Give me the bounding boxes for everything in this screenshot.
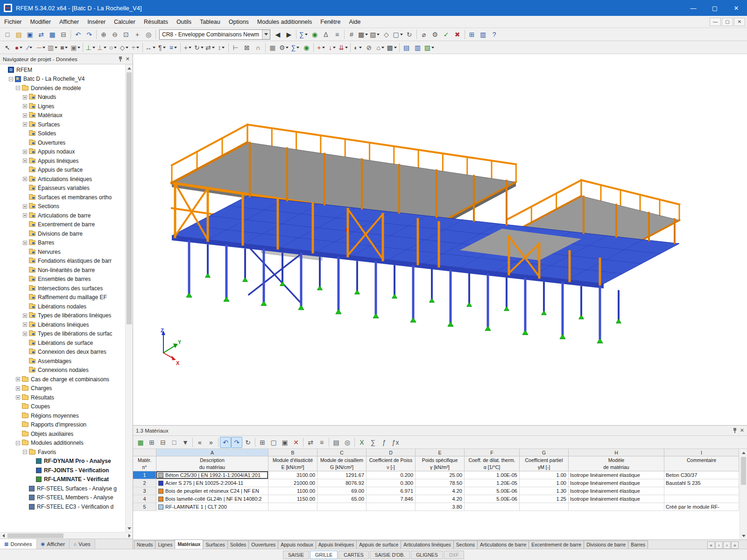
- menu-resultats[interactable]: Résultats: [140, 16, 172, 28]
- tree-expand-icon[interactable]: +: [16, 395, 20, 399]
- tree-expand-icon[interactable]: +: [23, 322, 27, 327]
- row-number-cell[interactable]: 4: [133, 495, 156, 503]
- table-tab-excentrement-de-barre[interactable]: Excentrement de barre: [529, 540, 584, 549]
- new-opening-button[interactable]: ▣: [70, 42, 81, 53]
- combo-dropdown-button[interactable]: [262, 30, 270, 39]
- row-number-cell[interactable]: 5: [133, 503, 156, 511]
- table-row[interactable]: 5RF-LAMINATE 1 | CLT 2003.80Créé par le …: [133, 503, 747, 511]
- table-tab-appuis-lineiques[interactable]: Appuis linéiques: [316, 540, 357, 549]
- tree-item-connexions-nodales[interactable]: Connexions nodales: [0, 366, 125, 375]
- tree-item-ouvertures[interactable]: Ouvertures: [0, 138, 125, 147]
- new-dimension-button[interactable]: ↔: [144, 42, 156, 53]
- column-letter-a[interactable]: A: [156, 449, 268, 456]
- cell-gamma[interactable]: 78.50: [416, 479, 465, 487]
- close-icon[interactable]: ✕: [740, 428, 744, 433]
- table-tab-ouvertures[interactable]: Ouvertures: [248, 540, 278, 549]
- new-nodal-support-button[interactable]: ⊥: [85, 42, 96, 53]
- table-tab-appuis-nodaux[interactable]: Appuis nodaux: [278, 540, 316, 549]
- numbering-button[interactable]: #: [346, 29, 357, 40]
- table-row[interactable]: 3Bois de peuplier et résineux C24 | NF E…: [133, 487, 747, 495]
- tree-item-solides[interactable]: Solides: [0, 129, 125, 139]
- table-tab-appuis-de-surface[interactable]: Appuis de surface: [356, 540, 401, 549]
- tree-item-epaisseurs-variables[interactable]: Épaisseurs variables: [0, 184, 125, 193]
- menu-fichier[interactable]: Fichier: [0, 16, 26, 28]
- import-model-button[interactable]: ⇄: [35, 29, 47, 40]
- navigator-tab-vues[interactable]: ⌂Vues: [70, 539, 95, 549]
- row-number-cell[interactable]: 2: [133, 479, 156, 487]
- tree-item-regions-moyennes[interactable]: Régions moyennes: [0, 411, 125, 420]
- tree-expand-icon[interactable]: +: [23, 241, 27, 245]
- scale-objects-button[interactable]: ↕: [216, 42, 227, 53]
- save-file-button[interactable]: ▣: [24, 29, 35, 40]
- tree-item-lignes[interactable]: +Lignes: [0, 102, 125, 111]
- tree-item-rf-steel-ec3-verification-d[interactable]: RF-STEEL EC3 - Vérification d: [0, 502, 125, 511]
- guidelines-button[interactable]: ≡: [168, 42, 179, 53]
- tree-item-n-uds[interactable]: +Nœuds: [0, 93, 125, 102]
- tree-item-assemblages[interactable]: Assemblages: [0, 357, 125, 366]
- tree-collapse-icon[interactable]: −: [23, 450, 27, 454]
- jump-last-button[interactable]: »: [205, 437, 217, 448]
- new-window-button[interactable]: ⊞: [466, 29, 478, 40]
- description-cell[interactable]: Béton C25/30 | EN 1992-1-1:2004/A1:201: [156, 471, 268, 479]
- scroll-next-button[interactable]: ›: [723, 541, 731, 549]
- empty-row-button[interactable]: □: [169, 437, 180, 448]
- cell-gamma[interactable]: 4.20: [416, 495, 465, 503]
- cell-nu[interactable]: 7.846: [366, 495, 416, 503]
- zoom-in-button[interactable]: ⊕: [98, 29, 109, 40]
- cell-model[interactable]: [569, 503, 664, 511]
- tree-item-rf-dynam-pro-analyse[interactable]: RF-DYNAM Pro - Analyse: [0, 457, 125, 466]
- new-line-button[interactable]: ∕: [24, 42, 35, 53]
- tree-item-types-de-liberations-de-surfac[interactable]: +Types de libérations de surfac: [0, 329, 125, 339]
- scroll-right-button[interactable]: [126, 532, 133, 539]
- new-member-load-button[interactable]: ↓: [326, 42, 338, 53]
- export-excel-button[interactable]: X: [356, 437, 367, 448]
- calculation-settings-button[interactable]: ⚙: [430, 29, 441, 40]
- tree-item-rfem[interactable]: RFEM: [0, 65, 125, 75]
- results-on-off-button[interactable]: ◉: [301, 42, 312, 53]
- cell-model[interactable]: Isotrope linéairement élastique: [569, 479, 664, 487]
- copy-cells-button[interactable]: ⊞: [257, 437, 268, 448]
- cell-g[interactable]: 1291.67: [317, 471, 366, 479]
- tree-expand-icon[interactable]: +: [23, 332, 27, 336]
- cell-gammam[interactable]: [520, 503, 569, 511]
- tree-item-resultats[interactable]: +Résultats: [0, 393, 125, 402]
- tree-expand-icon[interactable]: +: [23, 204, 27, 209]
- cell-gamma[interactable]: 3.80: [416, 503, 465, 511]
- clipping-plane-button[interactable]: ⊘: [363, 42, 374, 53]
- open-file-button[interactable]: ▤: [13, 29, 24, 40]
- extreme-values-button[interactable]: ≡: [331, 29, 343, 40]
- cell-g[interactable]: [317, 503, 366, 511]
- new-load-case-button[interactable]: +: [315, 42, 326, 53]
- tree-item-divisions-de-barre[interactable]: Divisions de barre: [0, 229, 125, 238]
- cell-gammam[interactable]: 1.25: [520, 495, 569, 503]
- jump-first-button[interactable]: «: [194, 437, 205, 448]
- select-similar-button[interactable]: ⇄: [305, 437, 316, 448]
- pin-icon[interactable]: [733, 428, 737, 433]
- cell-e[interactable]: [268, 503, 317, 511]
- close-icon[interactable]: ✕: [126, 56, 130, 62]
- table-settings-button[interactable]: ▦: [135, 437, 146, 448]
- table-tab-materiaux[interactable]: Matériaux: [175, 539, 203, 549]
- tree-collapse-icon[interactable]: −: [16, 86, 20, 90]
- cell-nu[interactable]: 0.200: [366, 471, 416, 479]
- print-button[interactable]: ⊟: [58, 29, 69, 40]
- cell-comment[interactable]: [664, 487, 739, 495]
- tree-expand-icon[interactable]: +: [23, 314, 27, 318]
- cell-gammam[interactable]: 1.30: [520, 487, 569, 495]
- table-row[interactable]: 2Acier S 275 | EN 10025-2:2004-1121000.0…: [133, 479, 747, 487]
- formula-button[interactable]: ƒx: [390, 437, 401, 448]
- tree-item-types-de-liberations-lineiques[interactable]: +Types de libérations linéiques: [0, 311, 125, 321]
- column-letter-f[interactable]: F: [465, 449, 520, 456]
- tree-item-rf-steel-surfaces-analyse-g[interactable]: RF-STEEL Surfaces - Analyse g: [0, 484, 125, 493]
- sum-function-button[interactable]: ∑: [367, 437, 379, 448]
- table-tab-articulations-de-barre[interactable]: Articulations de barre: [477, 540, 529, 549]
- scroll-down-button[interactable]: [740, 532, 747, 539]
- cell-e[interactable]: 21000.00: [268, 479, 317, 487]
- user-defined-views-button[interactable]: ⌂: [374, 42, 386, 53]
- tree-item-rapports-d-impression[interactable]: Rapports d'impression: [0, 420, 125, 430]
- cell-g[interactable]: 8076.92: [317, 479, 366, 487]
- cell-nu[interactable]: 6.971: [366, 487, 416, 495]
- insert-row-button[interactable]: ⊞: [146, 437, 157, 448]
- measure-tool-button[interactable]: ⌀: [418, 29, 430, 40]
- calculate-all-button[interactable]: ✓: [441, 29, 452, 40]
